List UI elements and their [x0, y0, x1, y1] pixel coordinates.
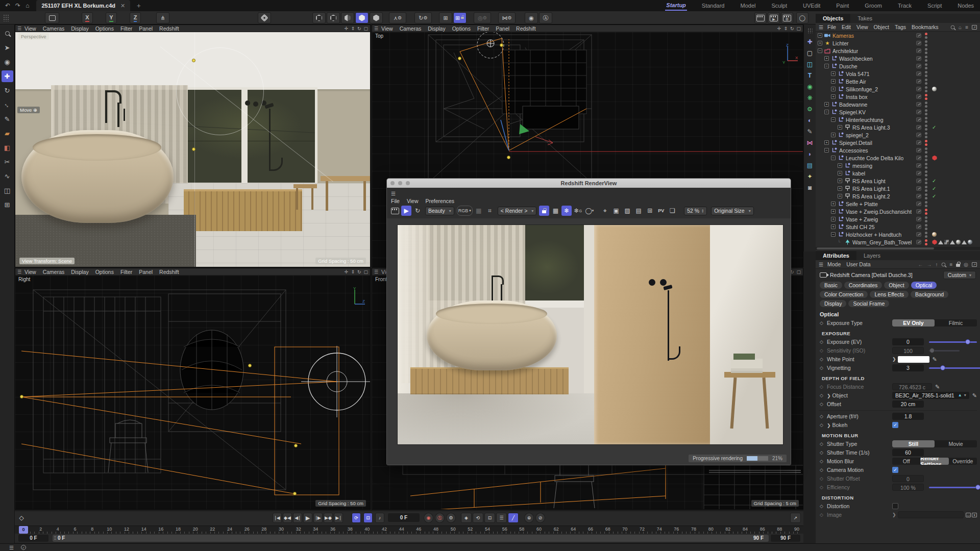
visibility-dot-gray[interactable] — [925, 56, 927, 58]
search-icon[interactable] — [942, 262, 946, 266]
auto-mode-icon[interactable]: Ⓐ — [539, 12, 552, 23]
maximize-icon[interactable]: ▢ — [796, 269, 801, 274]
menu-icon[interactable]: ☰ — [9, 545, 14, 550]
object-label[interactable]: Spiegel.KV — [839, 109, 866, 115]
solo-button[interactable]: ⊕ — [524, 513, 534, 523]
texture-mode-icon[interactable] — [370, 12, 383, 23]
viewport-menu-panel[interactable]: Panel — [139, 26, 153, 32]
expand-toggle-icon[interactable]: + — [831, 87, 836, 91]
distortion-checkbox[interactable]: ✓ — [892, 503, 898, 509]
segment-off[interactable]: Off — [892, 458, 920, 465]
viewport-menu-filter[interactable]: Filter — [120, 26, 132, 32]
layout-tab-script[interactable]: Script — [926, 1, 943, 10]
edit-toggle-icon[interactable] — [916, 87, 921, 91]
preview-range-button[interactable]: ⊡ — [363, 513, 373, 523]
forward-icon[interactable]: → — [926, 262, 932, 267]
zoom-level-field[interactable]: 52 %▲▼ — [684, 207, 707, 215]
viewport-menu-display[interactable]: Display — [71, 269, 88, 275]
tree-row[interactable]: +Badewanne — [816, 101, 980, 108]
visibility-dot-gray[interactable] — [925, 74, 927, 77]
pan-icon[interactable]: ✛ — [345, 26, 349, 31]
renderview-menu-view[interactable]: View — [407, 198, 419, 204]
pill-basic[interactable]: Basic — [820, 282, 842, 289]
visibility-dot-red[interactable] — [925, 209, 927, 211]
object-label[interactable]: Stuhl CH 25 — [846, 224, 875, 230]
expand-toggle-icon[interactable]: + — [831, 71, 836, 76]
material-icon[interactable]: ◙ — [805, 184, 815, 192]
dolly-icon[interactable]: ⇕ — [783, 26, 788, 31]
extrude-tool-icon[interactable]: ⊞ — [2, 199, 13, 211]
new-tab-button[interactable]: ＋ — [135, 1, 142, 10]
tree-row[interactable]: −Spiegel.KV — [816, 108, 980, 116]
menu-user-data[interactable]: User Data — [846, 261, 870, 267]
renderview-menu-preferences[interactable]: Preferences — [426, 198, 455, 204]
popout-icon[interactable]: ↗ — [972, 25, 977, 30]
visibility-dot-gray[interactable] — [925, 182, 927, 184]
object-label[interactable]: Bette Air — [846, 79, 866, 85]
range-end-field[interactable]: 90 F — [771, 535, 800, 542]
layout-tab-nodes[interactable]: Nodes — [957, 1, 975, 10]
axis-x-button[interactable]: X — [82, 12, 93, 23]
white-point-swatch[interactable] — [898, 356, 929, 363]
workplane-icon[interactable]: ⊞ — [439, 12, 452, 23]
dither-icon[interactable]: ▦ — [474, 206, 484, 216]
edit-toggle-icon[interactable] — [916, 102, 921, 107]
select-tool-icon[interactable]: ➤ — [2, 42, 13, 54]
viewport-menu-options[interactable]: Options — [95, 269, 114, 275]
visibility-dot-gray[interactable] — [925, 205, 927, 207]
visibility-dot-gray[interactable] — [925, 90, 927, 92]
range-track[interactable]: 0 F 90 F — [53, 535, 769, 542]
visibility-dot-gray[interactable] — [925, 186, 927, 188]
visibility-dots[interactable] — [924, 140, 928, 146]
tab-objects[interactable]: Objects — [816, 14, 850, 23]
undo-icon[interactable]: ↶ — [5, 2, 10, 9]
pen-tool-icon[interactable]: ✎ — [2, 113, 13, 125]
simulate-icon[interactable] — [258, 12, 271, 23]
expand-toggle-icon[interactable]: + — [838, 179, 842, 183]
magnet-tool-icon[interactable]: ◫ — [2, 185, 13, 196]
visibility-dots[interactable] — [924, 33, 928, 39]
visibility-dots[interactable] — [924, 94, 928, 100]
object-label[interactable]: Seife + Platte — [846, 201, 878, 207]
visibility-dots[interactable] — [924, 239, 928, 245]
segment-still[interactable]: Still — [892, 440, 935, 447]
key-parameter-toggle[interactable]: ☰ — [496, 513, 507, 523]
tree-row[interactable]: +Waschbecken — [816, 55, 980, 62]
frustum-point[interactable] — [20, 395, 23, 398]
expand-toggle-icon[interactable]: + — [838, 171, 842, 176]
popout-icon[interactable]: ↗ — [972, 262, 977, 267]
object-label[interactable]: Accessoires — [839, 147, 868, 154]
edit-toggle-icon[interactable] — [916, 41, 921, 45]
pill-optical[interactable]: Optical — [911, 282, 937, 289]
object-label[interactable]: RS Area Light.3 — [852, 124, 890, 131]
keyframe-icon[interactable]: ◇ — [16, 513, 27, 523]
visibility-dot-gray[interactable] — [925, 201, 927, 204]
aov-dropdown[interactable]: Beauty▾ — [425, 207, 454, 215]
viewport-right[interactable]: ☰ ViewCamerasDisplayOptionsFilterPanelRe… — [15, 268, 371, 510]
fields-icon[interactable]: ◗ — [805, 150, 815, 158]
coordinates-icon[interactable]: ✚ — [805, 38, 815, 46]
edit-toggle-icon[interactable] — [916, 148, 921, 153]
selection-tag-icon[interactable] — [962, 240, 967, 244]
text-icon[interactable]: T — [805, 71, 815, 80]
compare-icon[interactable]: ▨ — [622, 206, 632, 216]
object-label[interactable]: RS Area Light — [852, 178, 886, 184]
expand-toggle-icon[interactable]: − — [824, 110, 829, 114]
scale-tool-icon[interactable]: ↔ — [2, 99, 13, 111]
segment-filmic[interactable]: Filmic — [935, 319, 977, 327]
object-label[interactable]: Holzhocker + Handtuch — [846, 232, 901, 238]
edit-toggle-icon[interactable] — [916, 194, 921, 198]
redshift-material-tag-icon[interactable] — [932, 156, 937, 161]
object-label[interactable]: Architektur — [832, 48, 858, 54]
loop-button[interactable]: ⟳ — [352, 513, 361, 523]
edit-toggle-icon[interactable] — [916, 186, 921, 191]
orbit-icon[interactable]: ↻ — [790, 26, 794, 31]
visibility-dots[interactable] — [924, 178, 928, 184]
visibility-dot-gray[interactable] — [925, 170, 927, 173]
exposure-ev-slider[interactable] — [929, 341, 977, 343]
tree-row[interactable]: └Warm_Grey_Bath_Towel? — [816, 238, 980, 246]
edit-toggle-icon[interactable] — [916, 110, 921, 114]
layout-tab-startup[interactable]: Startup — [665, 1, 687, 11]
renderer-icon[interactable]: ◯ — [796, 12, 808, 23]
pill-coordinates[interactable]: Coordinates — [844, 282, 883, 289]
